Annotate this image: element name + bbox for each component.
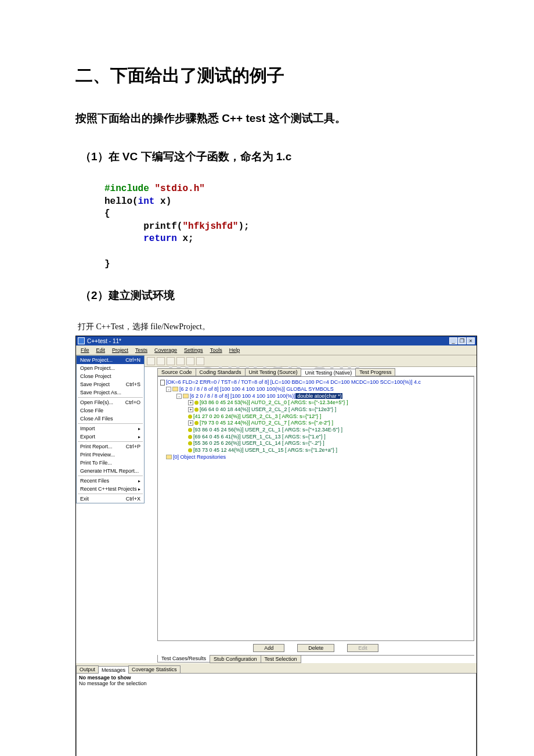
toolbar-button[interactable] <box>196 357 204 365</box>
tab-unit-testing-source[interactable]: Unit Testing (Source) <box>245 368 302 376</box>
toolbar-button[interactable] <box>147 357 155 365</box>
tab-test-progress[interactable]: Test Progress <box>355 368 395 376</box>
toolbar-button[interactable] <box>167 357 175 365</box>
expand-icon[interactable]: + <box>188 400 193 405</box>
tree-node[interactable]: [6 2 0 / 8 / 8 of 8] [100 100 4 100 100 … <box>190 393 295 399</box>
tree-node[interactable]: [6 2 0 / 8 / 8 of 8] [100 100 4 100 100 … <box>179 386 334 392</box>
menu-separator <box>78 423 143 424</box>
menu-item-new-project[interactable]: New Project...Ctrl+N <box>77 356 144 364</box>
submenu-arrow-icon <box>138 478 140 484</box>
menu-item-exit[interactable]: ExitCtrl+X <box>77 495 144 503</box>
test-tree[interactable]: [OK=6 FLD=2 ERR=0 / TST=8 / TOT=8 of 8] … <box>157 376 474 641</box>
tabs-bottom: Test Cases/Results Stub Configuration Te… <box>157 655 474 663</box>
menu-item-recent-projects[interactable]: Recent C++test Projects <box>77 485 144 493</box>
tree-leaf[interactable]: [79 73 0 45 12 44(%)] AUTO_2_CL_7 [ ARGS… <box>200 420 333 426</box>
lower-tabs: Output Messages Coverage Statistics <box>76 665 477 674</box>
tab-source-code[interactable]: Source Code <box>157 368 196 376</box>
menu-tools[interactable]: Tools <box>208 347 225 354</box>
code-text: ); <box>238 221 249 232</box>
expand-icon[interactable]: - <box>166 387 171 392</box>
menu-item-print-report[interactable]: Print Report...Ctrl+P <box>77 442 144 451</box>
delete-button[interactable]: Delete <box>297 644 334 652</box>
code-return-keyword: return <box>143 233 177 244</box>
tree-leaf[interactable]: [41 27 0 20 6 24(%)] USER_2_CL_3 [ ARGS:… <box>193 413 321 419</box>
code-include-path: "stdio.h" <box>149 183 205 194</box>
tree-leaf[interactable]: [93 86 0 45 24 56(%)] USER_2_CL_1 [ ARGS… <box>193 427 342 433</box>
menu-item-close-all-files[interactable]: Close All Files <box>77 415 144 423</box>
tree-node[interactable]: [0] Object Repositories <box>173 454 226 460</box>
tab-output[interactable]: Output <box>76 665 99 673</box>
messages-panel: No message to show No message for the se… <box>76 674 477 756</box>
tab-unit-testing-native[interactable]: Unit Testing (Native) <box>301 369 356 376</box>
tab-test-cases-results[interactable]: Test Cases/Results <box>157 655 210 663</box>
status-dot-icon <box>194 401 199 405</box>
status-dot-icon <box>188 448 192 452</box>
status-dot-icon <box>188 441 192 445</box>
code-text: { <box>104 208 110 219</box>
tree-root[interactable]: [OK=6 FLD=2 ERR=0 / TST=8 / TOT=8 of 8] … <box>166 379 421 385</box>
add-button[interactable]: Add <box>253 644 284 652</box>
menu-item-generate-html-report[interactable]: Generate HTML Report... <box>77 467 144 475</box>
tree-leaf[interactable]: [55 36 0 25 6 26(%)] USER_1_CL_14 [ ARGS… <box>193 440 324 446</box>
menu-item-export[interactable]: Export <box>77 433 144 441</box>
menu-item-print-to-file[interactable]: Print To File... <box>77 459 144 467</box>
tree-leaf[interactable]: [83 73 0 45 12 44(%)] USER_1_CL_15 [ ARG… <box>193 447 337 453</box>
menu-item-save-project-as[interactable]: Save Project As... <box>77 388 144 397</box>
menu-edit[interactable]: Edit <box>94 347 108 354</box>
step-2-title: （2）建立测试环境 <box>80 288 459 303</box>
tab-test-selection[interactable]: Test Selection <box>261 656 301 663</box>
menu-item-print-preview[interactable]: Print Preview... <box>77 451 144 459</box>
menu-item-import[interactable]: Import <box>77 424 144 433</box>
status-dot-icon <box>194 421 199 425</box>
heading-2: 按照下面给出的操作步骤熟悉 C++ test 这个测试工具。 <box>75 111 459 126</box>
code-block: #include "stdio.h" hello(int x) { printf… <box>104 183 459 271</box>
menu-tests[interactable]: Tests <box>133 347 150 354</box>
messages-line-2: No message for the selection <box>79 681 474 686</box>
submenu-arrow-icon <box>138 426 140 431</box>
button-row: Add Delete Edit <box>157 641 474 655</box>
tree-leaf[interactable]: [69 64 0 45 6 41(%)] USER_1_CL_13 [ ARGS… <box>193 434 326 440</box>
code-text <box>104 233 143 244</box>
toolbar-button[interactable] <box>186 357 194 365</box>
toolbar-button[interactable] <box>176 357 185 365</box>
status-dot-icon <box>188 428 192 432</box>
menu-separator <box>78 441 143 442</box>
menu-item-open-project[interactable]: Open Project... <box>77 364 144 372</box>
maximize-button[interactable]: ❐ <box>458 337 466 344</box>
tab-coding-standards[interactable]: Coding Standards <box>196 368 246 376</box>
menu-item-open-files[interactable]: Open File(s)...Ctrl+O <box>77 398 144 406</box>
code-text: hello( <box>104 196 138 207</box>
menu-separator <box>78 494 143 494</box>
menu-coverage[interactable]: Coverage <box>152 347 179 354</box>
toolbar <box>145 355 477 367</box>
folder-icon <box>166 455 172 459</box>
tree-leaf[interactable]: [66 64 0 40 18 44(%)] USER_2_CL_2 [ ARGS… <box>200 406 336 412</box>
menu-item-close-project[interactable]: Close Project <box>77 372 144 380</box>
expand-icon[interactable]: + <box>188 420 193 426</box>
tab-messages[interactable]: Messages <box>98 666 129 674</box>
menu-settings[interactable]: Settings <box>182 347 205 354</box>
body-text-1: 打开 C++Test，选择 file/NewProject。 <box>78 322 459 332</box>
menubar: File Edit Project Tests Coverage Setting… <box>76 345 477 355</box>
expand-icon[interactable]: - <box>176 394 182 399</box>
status-dot-icon <box>194 408 199 412</box>
window-title: C++test - 11* <box>87 338 121 344</box>
minimize-button[interactable]: _ <box>449 337 457 344</box>
menu-file[interactable]: File <box>78 347 92 354</box>
tree-node-selected[interactable]: double atoe(char *) <box>295 393 342 399</box>
menu-item-recent-files[interactable]: Recent Files <box>77 477 144 485</box>
code-text: printf( <box>104 221 182 232</box>
close-button[interactable]: × <box>467 337 475 344</box>
tab-stub-configuration[interactable]: Stub Configuration <box>210 656 261 663</box>
toolbar-button[interactable] <box>157 357 165 365</box>
code-include-keyword: #include <box>104 183 149 194</box>
file-icon <box>160 380 165 386</box>
menu-help[interactable]: Help <box>227 347 243 354</box>
expand-icon[interactable]: + <box>188 407 193 412</box>
menu-item-save-project[interactable]: Save ProjectCtrl+S <box>77 380 144 388</box>
menu-item-close-file[interactable]: Close File <box>77 406 144 415</box>
menu-project[interactable]: Project <box>110 347 131 354</box>
menu-separator <box>78 476 143 476</box>
tree-leaf[interactable]: [93 86 0 45 24 53(%)] AUTO_2_CL_0 [ ARGS… <box>200 399 348 405</box>
tab-coverage-statistics[interactable]: Coverage Statistics <box>128 665 181 673</box>
